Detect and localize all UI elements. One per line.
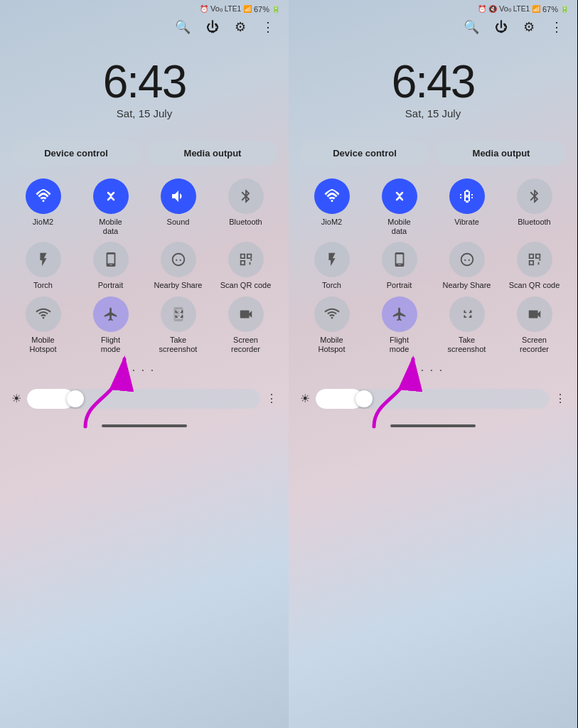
clock-date-left: Sat, 15 July xyxy=(0,107,289,119)
status-icons-right: ⏰ 🔇 Vo₀ LTE1 📶 67% 🔋 xyxy=(478,4,569,14)
tile-screenrecord-left[interactable]: Screenrecorder xyxy=(214,296,277,354)
tile-screenrecord-icon-right xyxy=(517,296,552,332)
tile-scanqr-left[interactable]: Scan QR code xyxy=(214,242,277,290)
tile-hotspot-left[interactable]: MobileHotspot xyxy=(11,296,75,354)
brightness-track-right[interactable] xyxy=(316,389,549,409)
right-phone-panel: ⏰ 🔇 Vo₀ LTE1 📶 67% 🔋 🔍 ⏻ ⚙ ⋮ 6:43 Sat, 1… xyxy=(289,0,577,728)
tile-torch-right[interactable]: Torch xyxy=(300,242,363,290)
tile-screenshot-icon-right xyxy=(449,296,485,332)
tile-screenshot-icon-left xyxy=(161,296,196,332)
brightness-thumb-right xyxy=(355,390,373,407)
settings-icon[interactable]: ⚙ xyxy=(235,19,246,35)
device-control-btn-left[interactable]: Device control xyxy=(11,141,141,166)
tile-bluetooth-icon-left xyxy=(228,178,264,214)
battery-icon-right: 🔋 xyxy=(560,5,569,13)
tile-flight-icon-left xyxy=(93,296,129,332)
signal-icon-right: Vo₀ xyxy=(499,4,511,14)
tile-hotspot-right[interactable]: MobileHotspot xyxy=(300,296,363,354)
search-icon-right[interactable]: 🔍 xyxy=(464,19,479,35)
qs-grid-left: JioM2 Mobiledata Sound xyxy=(11,178,277,354)
power-icon[interactable]: ⏻ xyxy=(206,20,219,35)
qs-top-row-right: Device control Media output xyxy=(300,141,566,166)
tile-vibrate-right[interactable]: Vibrate xyxy=(435,178,498,236)
tile-screenrecord-right[interactable]: Screenrecorder xyxy=(503,296,566,354)
clock-area-left: 6:43 Sat, 15 July xyxy=(0,38,289,127)
settings-icon-right[interactable]: ⚙ xyxy=(523,19,535,35)
brightness-more-right[interactable]: ⋮ xyxy=(555,392,566,405)
tile-portrait-icon-left xyxy=(93,242,129,277)
tile-jiom2-right[interactable]: JioM2 xyxy=(300,178,363,236)
clock-area-right: 6:43 Sat, 15 July xyxy=(289,38,577,127)
tile-flight-label-right: Flightmode xyxy=(390,336,410,354)
tile-vibrate-icon-right xyxy=(449,178,485,214)
brightness-bar-left: ☀ ⋮ xyxy=(0,379,289,419)
brightness-track-left[interactable] xyxy=(27,389,260,409)
bars-icon-right: 📶 xyxy=(532,5,540,13)
tile-flight-left[interactable]: Flightmode xyxy=(79,296,142,354)
tile-screenrecord-label-left: Screenrecorder xyxy=(231,336,260,354)
tile-mobiledata-left[interactable]: Mobiledata xyxy=(79,178,142,236)
more-icon-right[interactable]: ⋮ xyxy=(550,19,563,35)
tile-portrait-left[interactable]: Portrait xyxy=(79,242,142,290)
media-output-btn-left[interactable]: Media output xyxy=(148,141,277,166)
network-icon-right: LTE1 xyxy=(513,5,530,13)
more-icon[interactable]: ⋮ xyxy=(262,19,274,35)
tile-torch-icon-left xyxy=(26,242,61,277)
battery-icon: 🔋 xyxy=(272,5,280,13)
tile-nearbyshare-right[interactable]: Nearby Share xyxy=(435,242,498,290)
top-actions-left: 🔍 ⏻ ⚙ ⋮ xyxy=(0,16,289,38)
tile-screenrecord-label-right: Screenrecorder xyxy=(520,336,549,354)
search-icon[interactable]: 🔍 xyxy=(175,19,191,35)
tile-sound-icon-left xyxy=(161,178,196,214)
tile-torch-label-right: Torch xyxy=(322,281,341,290)
tile-bluetooth-icon-right xyxy=(517,178,552,214)
tile-mobiledata-label-left: Mobiledata xyxy=(99,218,122,236)
tile-sound-left[interactable]: Sound xyxy=(146,178,210,236)
tile-nearbyshare-icon-right xyxy=(449,242,485,277)
tile-hotspot-label-right: MobileHotspot xyxy=(319,336,346,354)
tile-jiom2-left[interactable]: JioM2 xyxy=(11,178,75,236)
network-icon: LTE1 xyxy=(225,5,241,13)
home-bar-line-left xyxy=(102,424,187,427)
tile-nearbyshare-label-right: Nearby Share xyxy=(443,281,491,290)
tile-portrait-right[interactable]: Portrait xyxy=(368,242,431,290)
tile-bluetooth-left[interactable]: Bluetooth xyxy=(214,178,277,236)
device-control-btn-right[interactable]: Device control xyxy=(300,141,429,166)
tile-nearbyshare-left[interactable]: Nearby Share xyxy=(146,242,210,290)
tile-flight-right[interactable]: Flightmode xyxy=(368,296,431,354)
tile-flight-label-left: Flightmode xyxy=(101,336,121,354)
tile-mobiledata-icon-right xyxy=(382,178,417,214)
tile-torch-label-left: Torch xyxy=(33,281,53,290)
tile-scanqr-label-right: Scan QR code xyxy=(509,281,560,290)
power-icon-right[interactable]: ⏻ xyxy=(495,20,508,35)
tile-mobiledata-label-right: Mobiledata xyxy=(387,218,410,236)
tile-screenshot-right[interactable]: Takescreenshot xyxy=(435,296,498,354)
brightness-more-left[interactable]: ⋮ xyxy=(266,392,277,405)
tile-screenshot-label-right: Takescreenshot xyxy=(448,336,486,354)
home-bar-right xyxy=(289,419,577,432)
media-output-btn-right[interactable]: Media output xyxy=(437,141,566,166)
alarm-icon-right: ⏰ xyxy=(478,5,486,13)
clock-time-left: 6:43 xyxy=(0,59,289,105)
tile-scanqr-icon-left xyxy=(228,242,264,277)
tile-portrait-label-right: Portrait xyxy=(387,281,412,290)
tile-mobiledata-right[interactable]: Mobiledata xyxy=(368,178,431,236)
tile-screenshot-left[interactable]: Takescreenshot xyxy=(146,296,210,354)
tile-hotspot-icon-right xyxy=(314,296,350,332)
tile-screenshot-label-left: Takescreenshot xyxy=(159,336,198,354)
top-actions-right: 🔍 ⏻ ⚙ ⋮ xyxy=(289,16,577,38)
tile-vibrate-label-right: Vibrate xyxy=(454,218,479,227)
brightness-icon-left: ☀ xyxy=(11,392,21,405)
status-bar-left: ⏰ Vo₀ LTE1 📶 67% 🔋 xyxy=(0,0,289,16)
tile-flight-icon-right xyxy=(382,296,417,332)
tile-bluetooth-label-left: Bluetooth xyxy=(229,218,262,227)
tile-torch-left[interactable]: Torch xyxy=(11,242,75,290)
battery-text-right: 67% xyxy=(542,5,558,14)
mute-icon-right: 🔇 xyxy=(488,5,497,13)
tile-jiom2-label-right: JioM2 xyxy=(321,218,342,227)
clock-date-right: Sat, 15 July xyxy=(289,107,577,119)
signal-icon: Vo₀ xyxy=(210,4,223,14)
tile-bluetooth-right[interactable]: Bluetooth xyxy=(503,178,566,236)
tile-scanqr-right[interactable]: Scan QR code xyxy=(503,242,566,290)
tile-nearbyshare-label-left: Nearby Share xyxy=(154,281,203,290)
